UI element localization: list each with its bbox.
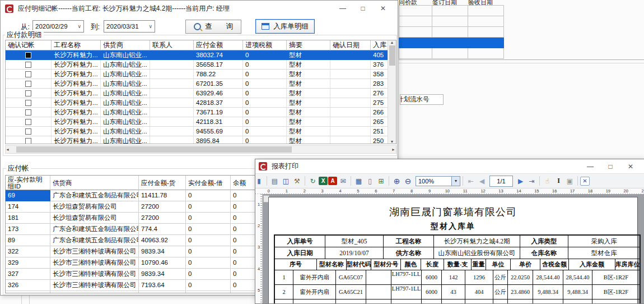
column-header[interactable]: 工程名称 xyxy=(52,40,101,50)
table-row[interactable] xyxy=(399,48,504,59)
table-row[interactable]: 174 长沙坦森贸易有限公司 27200 0 0 xyxy=(6,201,268,213)
table-row[interactable]: 327 长沙市三湘特种玻璃有限公司 9839.34 0 0 xyxy=(6,269,268,280)
column-header[interactable]: 应付金额 xyxy=(194,40,243,50)
pdf-export-icon[interactable]: A xyxy=(328,177,337,185)
table-row[interactable]: 322 长沙市三湘特种玻璃有限公司 9839.34 0 0 xyxy=(6,246,268,257)
maximize-button[interactable]: □ xyxy=(353,1,373,16)
chevron-down-icon: ∨ xyxy=(77,24,81,29)
table-row[interactable]: 69 广东合和建筑五金制品有限公司 11411.78 0 0 xyxy=(6,190,268,201)
confirm-checkbox[interactable] xyxy=(25,81,31,87)
confirm-checkbox[interactable] xyxy=(25,71,31,77)
export-icon[interactable]: ↻ xyxy=(307,176,318,186)
query-button[interactable]: 查 询 xyxy=(185,20,241,34)
horizontal-scrollbar[interactable]: ◄ ► xyxy=(5,145,396,154)
scroll-up-icon[interactable]: ▲ xyxy=(390,40,394,44)
column-header[interactable]: 应-实付款明细ID xyxy=(6,176,50,190)
scroll-left-icon[interactable]: ◄ xyxy=(6,148,10,151)
table-row[interactable]: 173 广东合和建筑五金制品有限公司 774.4 0 0 xyxy=(6,224,268,235)
minimize-button[interactable]: — xyxy=(333,1,353,16)
table-row[interactable]: 长沙万科魅力... 山东南山铝业... 35658.17 0 型材 376 xyxy=(6,60,396,70)
table-row[interactable]: 326 长沙市三湘特种玻璃有限公司 7193.64 0 0 xyxy=(6,280,268,291)
copy-icon[interactable]: ▣ xyxy=(564,176,575,186)
table-row[interactable]: 长沙市三湘特种玻璃有限公司 xyxy=(6,291,268,293)
preview-area[interactable]: 12345 湖南巨晟门窗幕墙有限公司 型材入库单 入库单号 型材_405 工程名… xyxy=(255,194,644,303)
text-select-icon[interactable]: I xyxy=(553,176,564,186)
scrollbar-thumb[interactable] xyxy=(389,45,395,66)
minimize-button[interactable]: — xyxy=(580,159,600,174)
scroll-down-icon[interactable]: ▼ xyxy=(390,140,394,144)
zoom-in-icon[interactable]: ⊕ xyxy=(391,176,402,186)
column-header[interactable]: 应付金额-货 xyxy=(139,176,186,190)
pan-hand-icon[interactable]: ☝ xyxy=(542,176,553,186)
column-header[interactable]: 确认日期 xyxy=(330,40,371,50)
cell-amount: 42118.31 xyxy=(194,117,243,127)
vertical-scrollbar[interactable]: ▲ ▼ xyxy=(388,40,396,144)
column-header[interactable]: 入库 xyxy=(371,40,388,50)
table-row[interactable] xyxy=(399,27,504,38)
column-header[interactable]: 供货商 xyxy=(101,40,150,50)
first-page-icon[interactable]: ⇤ xyxy=(465,176,476,186)
column-header: 同价款 xyxy=(399,0,432,3)
table-row[interactable] xyxy=(399,16,504,27)
multi-page-view-icon[interactable]: ⊞ xyxy=(376,176,386,186)
confirm-checkbox[interactable] xyxy=(25,100,31,106)
column-header[interactable]: 实付金额-借 xyxy=(186,176,231,190)
zoom-out-icon[interactable]: ⊖ xyxy=(403,176,413,186)
table-row[interactable]: 长沙万科魅力... 山东南山铝业... 788.22 0 型材 358 xyxy=(6,70,396,79)
confirm-checkbox[interactable] xyxy=(25,119,31,125)
title-bar[interactable]: 应付明细记帐------当前工程: 长沙万科魅力之城4.2期------当前用户… xyxy=(1,1,398,16)
mail-export-icon[interactable]: ✉ xyxy=(338,176,348,186)
table-row[interactable]: 89 广东合和建筑五金制品有限公司 40963.92 0 0 xyxy=(6,235,268,246)
prev-page-icon[interactable]: ◀ xyxy=(477,176,487,186)
cell-payable: 774.4 xyxy=(139,224,186,235)
column-header[interactable]: 供货商 xyxy=(50,176,139,190)
close-button[interactable]: ✕ xyxy=(620,159,641,174)
plan-serial-field[interactable]: 计划流水号 xyxy=(400,94,444,105)
print-icon[interactable]: ▤ xyxy=(269,176,280,186)
confirm-checkbox[interactable] xyxy=(25,52,31,58)
table-row[interactable]: 长沙万科魅力... 山东南山铝业... 42818.37 0 型材 275 xyxy=(6,98,396,108)
table-row[interactable]: 长沙万科魅力... 山东南山铝业... 42118.31 0 型材 265 xyxy=(6,117,396,127)
single-page-view-icon[interactable]: ▯ xyxy=(365,176,375,186)
table-row[interactable]: 长沙万科魅力... 山东南山铝业... 3895.84 0 型材 250 xyxy=(6,136,396,144)
table-row[interactable]: 181 长沙坦森贸易有限公司 27200 0 0 xyxy=(6,213,268,224)
table-row[interactable]: 长沙万科魅力... 山东南山铝业... 38032.74 0 型材 405 xyxy=(6,50,396,60)
title-bar[interactable]: 报表打印 — □ ✕ xyxy=(255,159,644,173)
excel-export-icon[interactable]: X xyxy=(319,177,328,185)
maximize-button[interactable]: □ xyxy=(600,159,620,174)
zoom-select[interactable]: 100% ▾ xyxy=(416,176,460,186)
cell-confirm-date xyxy=(330,108,371,117)
cell-payable: 11411.78 xyxy=(139,190,186,201)
options-icon[interactable]: ⚒ xyxy=(292,176,302,186)
table-row[interactable] xyxy=(399,38,504,48)
confirm-checkbox[interactable] xyxy=(25,138,31,144)
confirm-checkbox[interactable] xyxy=(25,90,31,96)
chevron-down-icon[interactable]: ▾ xyxy=(451,177,460,186)
table-row[interactable]: 长沙万科魅力... 山东南山铝业... 94555.69 0 型材 251 xyxy=(6,127,396,136)
scroll-right-icon[interactable]: ► xyxy=(391,148,395,151)
last-page-icon[interactable]: ⇥ xyxy=(526,176,537,186)
scrollbar-thumb[interactable] xyxy=(16,146,292,153)
column-header[interactable]: 确认记帐 xyxy=(6,40,52,50)
to-date-select[interactable]: 2020/03/31 ∨ xyxy=(104,20,155,33)
page-number-field[interactable]: 1/1 xyxy=(489,176,513,187)
table-row[interactable]: 长沙万科魅力... 山东南山铝业... 63929.46 0 型材 276 xyxy=(6,89,396,98)
confirm-checkbox[interactable] xyxy=(25,109,31,116)
close-button[interactable]: ✕ xyxy=(373,1,393,16)
next-page-icon[interactable]: ▶ xyxy=(515,176,526,186)
report-partial-icon[interactable]: ▮ xyxy=(255,176,264,186)
close-preview-icon[interactable]: ✕ xyxy=(580,177,590,186)
table-row[interactable]: 长沙万科魅力... 山东南山铝业... 67201.35 0 型材 283 xyxy=(6,79,396,89)
confirm-checkbox[interactable] xyxy=(25,62,31,68)
table-row[interactable]: 329 长沙市三湘特种玻璃有限公司 10790.46 0 0 xyxy=(6,257,268,269)
save-icon[interactable]: ▦ xyxy=(353,176,364,186)
inbound-detail-button[interactable]: 入库单明细 xyxy=(255,19,315,34)
column-header[interactable]: 摘要 xyxy=(287,40,330,50)
table-row[interactable]: 长沙万科魅力... 山东南山铝业... 73671.19 0 型材 266 xyxy=(6,108,396,117)
column-header[interactable]: 进项税额 xyxy=(243,40,287,50)
cell-tax: 0 xyxy=(243,79,287,89)
book-icon[interactable]: ◫ xyxy=(281,176,291,186)
confirm-checkbox[interactable] xyxy=(25,128,31,135)
table-row[interactable] xyxy=(399,6,504,16)
column-header[interactable]: 联系人 xyxy=(150,40,194,50)
